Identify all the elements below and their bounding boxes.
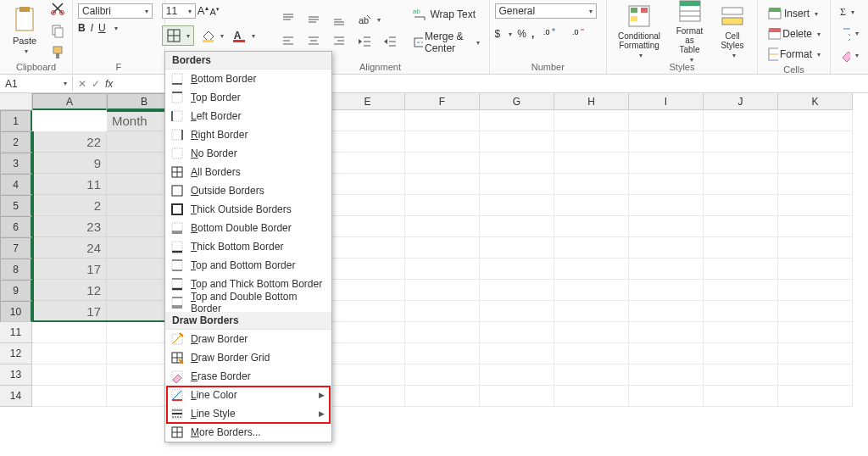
- cell-E6[interactable]: [331, 216, 405, 237]
- cell-F13[interactable]: [405, 364, 480, 386]
- cell-A10[interactable]: 17: [32, 301, 107, 322]
- enter-formula-button[interactable]: ✓: [92, 78, 100, 90]
- column-header-J[interactable]: J: [704, 93, 778, 110]
- align-right-button[interactable]: [327, 31, 351, 52]
- borders-button[interactable]: ▾: [162, 25, 194, 46]
- font-color-button[interactable]: A▾: [230, 27, 259, 45]
- cell-H3[interactable]: [554, 153, 629, 174]
- decrease-font-button[interactable]: A▾: [210, 6, 220, 17]
- cell-K1[interactable]: [778, 110, 853, 131]
- cell-J5[interactable]: [704, 195, 778, 216]
- cell-K7[interactable]: [778, 237, 853, 259]
- delete-button[interactable]: Delete▾: [763, 24, 825, 44]
- copy-button[interactable]: [46, 20, 70, 41]
- cell-I4[interactable]: [629, 174, 704, 195]
- decrease-decimal-button[interactable]: .0: [568, 24, 592, 44]
- cell-H9[interactable]: [554, 280, 629, 301]
- increase-indent-button[interactable]: [378, 31, 402, 52]
- format-button[interactable]: Format▾: [763, 44, 825, 64]
- cell-J3[interactable]: [704, 153, 778, 174]
- percent-button[interactable]: %: [517, 28, 526, 40]
- cell-J14[interactable]: [704, 386, 778, 407]
- menu-item-no[interactable]: No Border: [165, 144, 331, 163]
- cell-E11[interactable]: [331, 322, 405, 343]
- cell-I8[interactable]: [629, 259, 704, 280]
- column-header-A[interactable]: A: [32, 93, 107, 110]
- autosum-button[interactable]: Σ▾: [836, 3, 863, 21]
- cell-K4[interactable]: [778, 174, 853, 195]
- cell-I7[interactable]: [629, 237, 704, 259]
- row-header-1[interactable]: 1: [0, 110, 32, 131]
- cell-G10[interactable]: [480, 301, 554, 322]
- menu-item-topdblbot[interactable]: Top and Double Bottom Border: [165, 293, 331, 312]
- cell-J1[interactable]: [704, 110, 778, 131]
- cell-A5[interactable]: 2: [32, 195, 107, 216]
- cell-H6[interactable]: [554, 216, 629, 237]
- name-box[interactable]: A1▾: [0, 76, 73, 92]
- menu-item-erase[interactable]: Erase Border: [165, 367, 331, 386]
- column-header-G[interactable]: G: [480, 93, 554, 110]
- clear-button[interactable]: ▾: [836, 45, 863, 65]
- fill-color-button[interactable]: ▾: [196, 25, 228, 46]
- column-header-F[interactable]: F: [405, 93, 480, 110]
- cell-E13[interactable]: [331, 364, 405, 386]
- cell-styles-button[interactable]: Cell Styles▾: [713, 0, 752, 62]
- cell-J2[interactable]: [704, 131, 778, 153]
- cut-button[interactable]: [46, 0, 70, 19]
- cell-E12[interactable]: [331, 343, 405, 364]
- cell-I1[interactable]: [629, 110, 704, 131]
- cell-E3[interactable]: [331, 153, 405, 174]
- cell-F11[interactable]: [405, 322, 480, 343]
- row-header-3[interactable]: 3: [0, 153, 32, 174]
- accounting-button[interactable]: $: [495, 28, 501, 40]
- cell-J4[interactable]: [704, 174, 778, 195]
- cell-E4[interactable]: [331, 174, 405, 195]
- cell-K10[interactable]: [778, 301, 853, 322]
- cell-K8[interactable]: [778, 259, 853, 280]
- cell-K9[interactable]: [778, 280, 853, 301]
- paste-button[interactable]: Paste ▾: [5, 4, 44, 58]
- cell-I9[interactable]: [629, 280, 704, 301]
- cell-A2[interactable]: 22: [32, 131, 107, 153]
- align-bottom-button[interactable]: [327, 9, 351, 30]
- cell-E5[interactable]: [331, 195, 405, 216]
- cell-F10[interactable]: [405, 301, 480, 322]
- cancel-formula-button[interactable]: ✕: [78, 78, 86, 90]
- cell-E14[interactable]: [331, 386, 405, 407]
- row-header-8[interactable]: 8: [0, 259, 32, 280]
- merge-center-button[interactable]: Merge & Center▾: [409, 28, 483, 57]
- cell-H10[interactable]: [554, 301, 629, 322]
- cell-I10[interactable]: [629, 301, 704, 322]
- cell-A11[interactable]: [32, 322, 107, 343]
- align-top-button[interactable]: [276, 9, 300, 30]
- cell-K6[interactable]: [778, 216, 853, 237]
- row-header-7[interactable]: 7: [0, 237, 32, 259]
- cell-I14[interactable]: [629, 386, 704, 407]
- cell-J11[interactable]: [704, 322, 778, 343]
- cell-F3[interactable]: [405, 153, 480, 174]
- cell-H4[interactable]: [554, 174, 629, 195]
- cell-K3[interactable]: [778, 153, 853, 174]
- cell-J12[interactable]: [704, 343, 778, 364]
- increase-font-button[interactable]: A▴: [198, 4, 209, 17]
- cell-G2[interactable]: [480, 131, 554, 153]
- cell-J10[interactable]: [704, 301, 778, 322]
- align-middle-button[interactable]: [302, 9, 326, 30]
- cell-F5[interactable]: [405, 195, 480, 216]
- cell-F12[interactable]: [405, 343, 480, 364]
- cell-G14[interactable]: [480, 386, 554, 407]
- cell-K11[interactable]: [778, 322, 853, 343]
- menu-item-thickbot[interactable]: Thick Bottom Border: [165, 237, 331, 256]
- wrap-text-button[interactable]: abWrap Text: [409, 4, 483, 25]
- menu-item-style[interactable]: Line Style▶: [165, 404, 331, 423]
- cell-A7[interactable]: 24: [32, 237, 107, 259]
- cell-H11[interactable]: [554, 322, 629, 343]
- menu-item-drawgrid[interactable]: Draw Border Grid: [165, 348, 331, 367]
- cell-G6[interactable]: [480, 216, 554, 237]
- cell-K5[interactable]: [778, 195, 853, 216]
- cell-A6[interactable]: 23: [32, 216, 107, 237]
- row-header-11[interactable]: 11: [0, 322, 32, 343]
- cell-H5[interactable]: [554, 195, 629, 216]
- conditional-formatting-button[interactable]: Conditional Formatting▾: [612, 0, 666, 62]
- row-header-2[interactable]: 2: [0, 131, 32, 153]
